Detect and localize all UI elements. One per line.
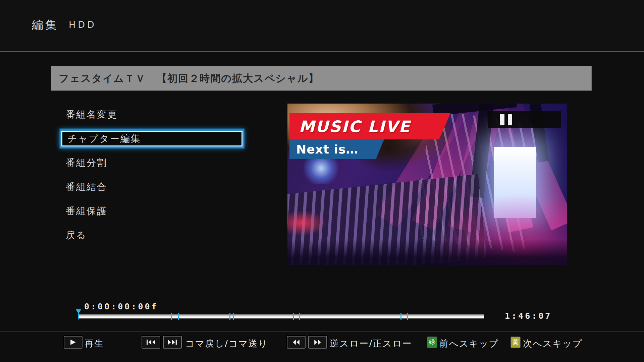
header: 編集 HDD [0,0,644,51]
yellow-key-badge: 黄 [511,337,520,348]
slow-motion-label: 逆スロー/正スロー [330,338,412,350]
next-frame-button[interactable] [163,336,182,349]
chapter-marker[interactable] [299,313,300,320]
chapter-marker[interactable] [400,313,401,320]
play-icon [70,340,76,345]
pause-indicator [488,111,561,128]
menu-item-label: 番組保護 [66,205,107,218]
edit-screen: 編集 HDD フェスタイムＴＶ 【初回２時間の拡大スペシャル】 番組名変更 チャ… [0,0,644,362]
reverse-slow-button[interactable] [287,336,306,349]
broadcast-title: MUSIC LIVE [299,117,411,136]
pause-icon [508,114,512,125]
program-title-bar: フェスタイムＴＶ 【初回２時間の拡大スペシャル】 [51,66,592,91]
chapter-marker[interactable] [407,313,408,320]
total-duration: 1:46:07 [505,311,552,321]
menu-item-combine[interactable]: 番組結合 [60,178,244,196]
playhead-icon[interactable] [76,309,81,314]
broadcast-subtitle-banner: Next is… [289,139,384,159]
next-frame-icon [168,340,177,345]
playhead-line [78,313,79,319]
video-crowd-silhouette [287,239,567,265]
frame-step-label: コマ戻し/コマ送り [185,338,268,350]
menu-item-chapter-edit[interactable]: チャプター編集 [60,129,244,148]
chapter-marker[interactable] [171,313,172,320]
menu-item-label: 番組結合 [66,181,107,193]
chapter-marker[interactable] [293,313,294,320]
menu-item-rename[interactable]: 番組名変更 [60,105,244,124]
pause-icon [500,114,504,125]
timeline-scrubber[interactable] [78,314,484,318]
forward-slow-button[interactable] [308,336,327,349]
control-legend-bar: 再生 コマ戻し/コマ送り 逆スロー/正スロー 緑 前へスキップ 黄 次へスキップ [0,331,644,362]
play-label: 再生 [85,338,104,350]
fast-forward-icon [314,340,322,345]
prev-frame-icon [146,340,156,345]
video-red-light [287,210,327,236]
green-key-badge: 緑 [427,337,437,348]
menu-item-protect[interactable]: 番組保護 [60,202,244,221]
device-label: HDD [69,19,97,30]
skip-next-label: 次へスキップ [523,338,582,350]
menu-item-back[interactable]: 戻る [60,226,244,245]
broadcast-title-banner: MUSIC LIVE [289,113,450,139]
broadcast-subtitle: Next is… [296,142,358,156]
menu-item-label: チャプター編集 [67,132,141,145]
chapter-marker[interactable] [178,313,179,320]
menu-item-label: 番組分割 [66,157,107,169]
program-title: フェスタイムＴＶ 【初回２時間の拡大スペシャル】 [59,72,319,85]
header-separator [0,51,644,52]
video-preview: MUSIC LIVE Next is… [287,104,567,265]
chapter-marker[interactable] [229,313,230,320]
menu-item-label: 番組名変更 [66,108,118,121]
menu-item-label: 戻る [66,229,87,242]
skip-back-label: 前へスキップ [439,338,499,350]
play-button[interactable] [64,336,83,349]
edit-menu: 番組名変更 チャプター編集 番組分割 番組結合 番組保護 戻る [60,105,244,250]
rewind-icon [292,340,300,345]
current-timecode: 0:00:00:00f [84,302,158,311]
chapter-marker[interactable] [233,313,234,320]
menu-item-split[interactable]: 番組分割 [60,154,244,172]
page-title: 編集 [32,17,59,33]
prev-frame-button[interactable] [142,336,160,349]
